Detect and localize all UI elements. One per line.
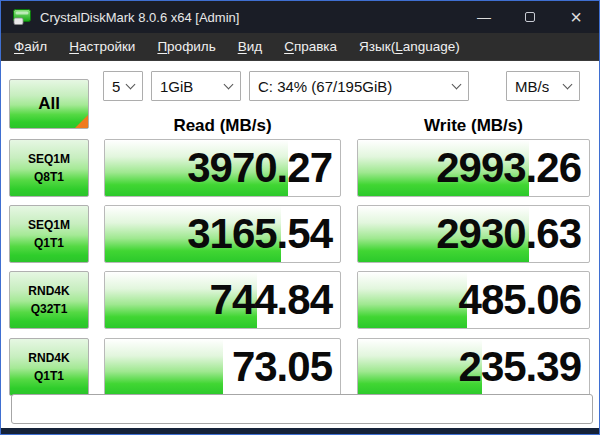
chevron-down-icon (126, 80, 136, 90)
score-value: 3165.54 (187, 206, 332, 262)
test-button-rnd4k-q32t1[interactable]: RND4K Q32T1 (9, 271, 89, 329)
score-bar (105, 339, 223, 395)
unit-select[interactable]: MB/s (506, 71, 580, 101)
close-button[interactable]: × (553, 1, 599, 33)
score-value: 235.39 (459, 339, 581, 395)
menu-profile[interactable]: Профиль (146, 34, 226, 59)
menu-settings[interactable]: Настройки (58, 34, 146, 59)
test-button-seq1m-q8t1[interactable]: SEQ1M Q8T1 (9, 139, 89, 197)
window-bottom-edge (1, 428, 599, 434)
menu-file[interactable]: Файл (3, 34, 58, 59)
menu-bar: Файл Настройки Профиль Вид Справка Язык(… (1, 33, 599, 61)
write-column-header: Write (MB/s) (357, 113, 590, 139)
result-cell-rnd4k-q32t1-write[interactable]: 485.06 (357, 271, 590, 329)
menu-language[interactable]: Язык(Language) (348, 34, 471, 59)
test-button-seq1m-q1t1[interactable]: SEQ1M Q1T1 (9, 205, 89, 263)
run-all-label: All (38, 94, 60, 114)
result-cell-seq1m-q8t1-read[interactable]: 3970.27 (104, 139, 341, 197)
corner-fold-icon (75, 115, 88, 128)
test-size-select[interactable]: 1GiB (151, 71, 241, 101)
main-content: All 5 1GiB C: 34% (67/195GiB) MB/s Read … (1, 61, 599, 428)
result-cell-seq1m-q1t1-read[interactable]: 3165.54 (104, 205, 341, 263)
maximize-button[interactable] (507, 1, 553, 33)
read-column-header: Read (MB/s) (104, 113, 341, 139)
minimize-button[interactable]: — (461, 1, 507, 33)
title-bar: CrystalDiskMark 8.0.6 x64 [Admin] — × (1, 1, 599, 33)
score-value: 3970.27 (187, 140, 332, 196)
result-cell-seq1m-q8t1-write[interactable]: 2993.26 (357, 139, 590, 197)
maximize-icon (525, 12, 535, 22)
score-value: 485.06 (459, 272, 581, 328)
result-cell-seq1m-q1t1-write[interactable]: 2930.63 (357, 205, 590, 263)
score-value: 2993.26 (436, 140, 581, 196)
score-bar (358, 272, 467, 328)
menu-help[interactable]: Справка (273, 34, 348, 59)
chevron-down-icon (563, 80, 573, 90)
run-all-button[interactable]: All (9, 79, 89, 129)
app-logo-icon (12, 8, 32, 26)
result-cell-rnd4k-q1t1-write[interactable]: 235.39 (357, 338, 590, 396)
score-value: 73.05 (232, 339, 332, 395)
menu-view[interactable]: Вид (227, 34, 273, 59)
app-window: CrystalDiskMark 8.0.6 x64 [Admin] — × Фа… (0, 0, 600, 435)
result-cell-rnd4k-q1t1-read[interactable]: 73.05 (104, 338, 341, 396)
result-cell-rnd4k-q32t1-read[interactable]: 744.84 (104, 271, 341, 329)
test-count-select[interactable]: 5 (103, 71, 143, 101)
test-button-rnd4k-q1t1[interactable]: RND4K Q1T1 (9, 338, 89, 396)
score-value: 744.84 (210, 272, 332, 328)
window-title: CrystalDiskMark 8.0.6 x64 [Admin] (40, 10, 461, 25)
chevron-down-icon (452, 80, 462, 90)
chevron-down-icon (224, 80, 234, 90)
score-value: 2930.63 (436, 206, 581, 262)
target-drive-select[interactable]: C: 34% (67/195GiB) (249, 71, 469, 101)
comment-input[interactable] (11, 394, 593, 424)
